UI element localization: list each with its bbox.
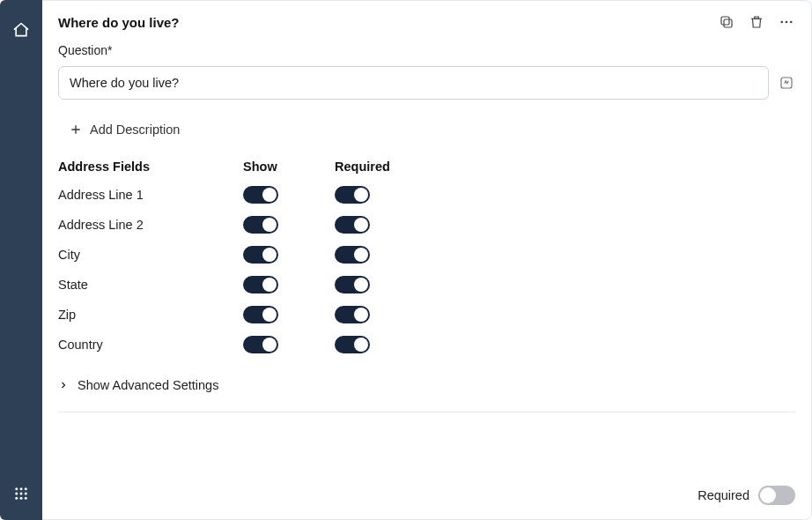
col-header-name: Address Fields xyxy=(58,160,243,174)
show-toggle[interactable] xyxy=(243,186,278,204)
panel-body: Question* Add Description Address Fields… xyxy=(42,40,811,475)
duplicate-button[interactable] xyxy=(718,13,735,31)
svg-point-11 xyxy=(780,21,783,24)
required-toggle[interactable] xyxy=(335,336,370,353)
sidebar xyxy=(0,0,42,520)
col-header-required: Required xyxy=(335,160,426,174)
svg-point-4 xyxy=(20,493,23,495)
show-advanced-settings-label: Show Advanced Settings xyxy=(78,378,218,392)
svg-point-12 xyxy=(786,21,788,24)
apps-grid-icon[interactable] xyxy=(12,485,30,502)
show-toggle[interactable] xyxy=(243,306,278,323)
field-row-label: Country xyxy=(58,338,243,352)
required-toggle[interactable] xyxy=(335,186,370,204)
footer-required-toggle[interactable] xyxy=(758,486,795,505)
question-label: Question* xyxy=(58,43,795,57)
add-description-label: Add Description xyxy=(90,123,180,137)
plus-icon xyxy=(69,123,83,137)
show-toggle[interactable] xyxy=(243,336,278,353)
required-toggle[interactable] xyxy=(335,306,370,323)
editor-panel: Where do you live? Question* xyxy=(42,0,812,520)
required-toggle[interactable] xyxy=(335,276,370,293)
svg-point-2 xyxy=(25,487,27,490)
svg-point-7 xyxy=(20,497,23,500)
footer-required-label: Required xyxy=(698,488,749,502)
field-row-label: Zip xyxy=(58,308,243,322)
field-row-label: State xyxy=(58,278,243,292)
field-row-label: Address Line 2 xyxy=(58,218,243,232)
delete-button[interactable] xyxy=(748,13,765,31)
field-row-label: Address Line 1 xyxy=(58,188,243,202)
svg-rect-9 xyxy=(724,19,732,27)
footer-divider xyxy=(58,412,795,412)
svg-point-13 xyxy=(790,21,793,24)
add-description-button[interactable]: Add Description xyxy=(58,119,190,140)
svg-point-0 xyxy=(15,487,18,490)
show-advanced-settings-button[interactable]: Show Advanced Settings xyxy=(58,375,218,396)
required-toggle[interactable] xyxy=(335,246,370,264)
panel-title: Where do you live? xyxy=(58,15,180,30)
show-toggle[interactable] xyxy=(243,246,278,264)
svg-point-6 xyxy=(15,497,18,500)
address-fields-table: Address Fields Show Required Address Lin… xyxy=(58,160,795,353)
show-toggle[interactable] xyxy=(243,216,278,234)
svg-point-3 xyxy=(15,493,18,495)
home-icon[interactable] xyxy=(12,21,30,39)
question-input[interactable] xyxy=(58,66,769,100)
field-row-label: City xyxy=(58,248,243,262)
chevron-right-icon xyxy=(58,380,69,390)
svg-point-8 xyxy=(25,497,27,500)
panel-actions xyxy=(718,13,795,31)
show-toggle[interactable] xyxy=(243,276,278,293)
panel-footer: Required xyxy=(42,475,811,519)
svg-rect-10 xyxy=(721,17,729,25)
ai-generate-icon[interactable] xyxy=(778,74,795,92)
svg-point-5 xyxy=(25,493,27,495)
more-options-button[interactable] xyxy=(778,13,795,31)
svg-point-1 xyxy=(20,487,23,490)
required-toggle[interactable] xyxy=(335,216,370,234)
panel-header: Where do you live? xyxy=(42,1,811,40)
col-header-show: Show xyxy=(243,160,335,174)
